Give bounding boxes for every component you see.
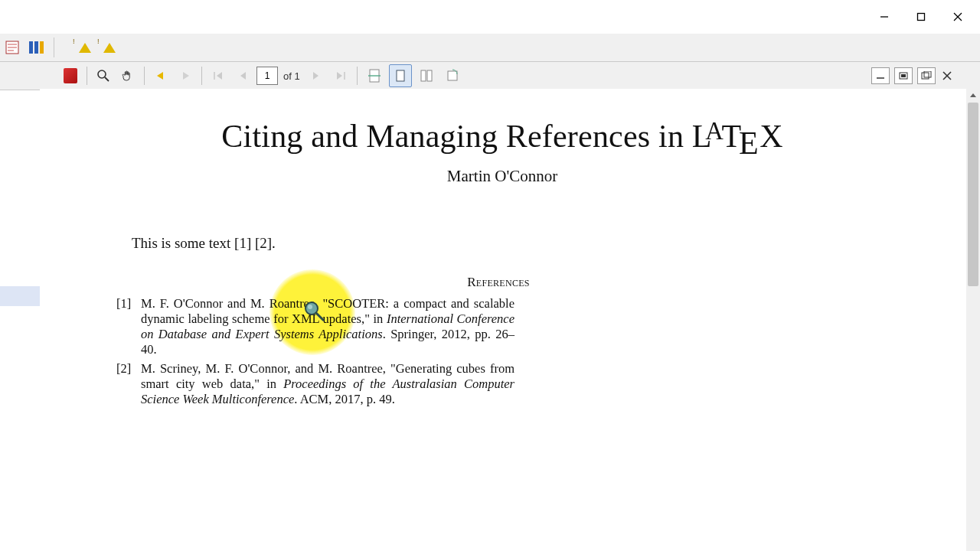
references-list: [1] M. F. O'Connor and M. Roantree, "SCO…: [116, 296, 514, 407]
left-sidebar-sliver: [0, 34, 41, 551]
svg-rect-25: [924, 71, 931, 77]
window-titlebar: [0, 0, 980, 34]
references-heading: References: [55, 275, 942, 290]
scrollbar-thumb[interactable]: [968, 103, 978, 286]
svg-rect-18: [421, 70, 426, 81]
first-page-icon[interactable]: [207, 65, 229, 86]
window-close-button[interactable]: [940, 5, 975, 29]
vertical-scrollbar[interactable]: [966, 89, 980, 551]
window-minimize-button[interactable]: [867, 5, 902, 29]
pdf-page: Citing and Managing References in LATEX …: [63, 95, 942, 410]
panel-minimize-icon[interactable]: [871, 67, 890, 84]
reference-item: [2] M. Scriney, M. F. O'Connor, and M. R…: [116, 361, 514, 407]
svg-rect-20: [448, 71, 457, 80]
pdf-icon[interactable]: [60, 65, 81, 86]
svg-rect-1: [918, 14, 925, 21]
document-viewport[interactable]: Citing and Managing References in LATEX …: [40, 89, 980, 551]
reference-item: [1] M. F. O'Connor and M. Roantree, "SCO…: [116, 296, 514, 358]
svg-rect-24: [922, 73, 929, 79]
panel-close-icon[interactable]: [940, 68, 954, 83]
scroll-up-icon[interactable]: [966, 89, 980, 103]
warning-next-icon[interactable]: !: [99, 37, 120, 58]
svg-rect-10: [40, 41, 44, 54]
svg-rect-23: [901, 74, 906, 77]
svg-point-11: [98, 70, 106, 78]
rotate-icon[interactable]: [441, 64, 464, 87]
nav-forward-icon[interactable]: [175, 65, 196, 86]
svg-rect-19: [427, 70, 432, 81]
continuous-icon[interactable]: [415, 64, 438, 87]
latex-logo: LATEX: [692, 118, 783, 155]
next-page-icon[interactable]: [305, 65, 327, 86]
nav-back-icon[interactable]: [150, 65, 172, 86]
panel-maximize-icon[interactable]: [917, 67, 936, 84]
document-author: Martin O'Connor: [63, 167, 942, 186]
fit-page-icon[interactable]: [389, 64, 412, 87]
view-columns-icon[interactable]: [26, 37, 47, 58]
hand-tool-icon[interactable]: [117, 65, 139, 86]
window-maximize-button[interactable]: [903, 5, 939, 29]
sidebar-highlight: [0, 286, 40, 306]
search-icon[interactable]: [93, 65, 114, 86]
app-icon[interactable]: [2, 37, 23, 58]
panel-restore-icon[interactable]: [894, 67, 913, 84]
viewer-toolbar: of 1: [0, 62, 980, 90]
document-title: Citing and Managing References in LATEX: [63, 118, 942, 155]
main-toolbar: ! !: [0, 34, 980, 62]
svg-rect-8: [29, 41, 33, 54]
page-of-label: of 1: [283, 70, 300, 82]
svg-rect-9: [34, 41, 38, 54]
svg-rect-17: [397, 70, 404, 81]
fit-width-icon[interactable]: [363, 64, 386, 87]
document-body-text: This is some text [1] [2].: [132, 235, 942, 252]
warning-icon[interactable]: !: [74, 37, 96, 58]
last-page-icon[interactable]: [330, 65, 351, 86]
svg-line-12: [105, 77, 109, 81]
page-number-input[interactable]: [256, 67, 278, 85]
prev-page-icon[interactable]: [232, 65, 253, 86]
